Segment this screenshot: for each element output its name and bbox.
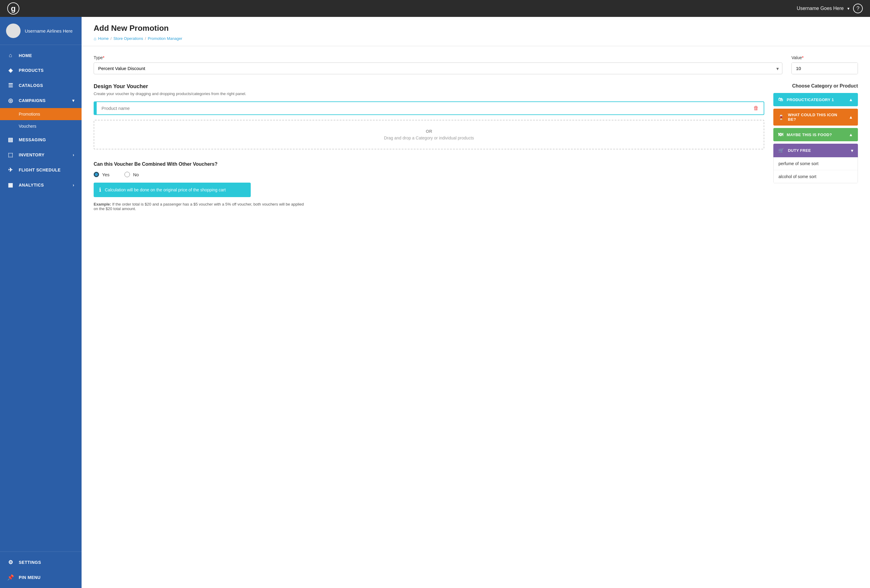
inventory-icon: ⬚	[7, 151, 14, 158]
value-label: Value*	[791, 55, 858, 60]
product-name-input[interactable]	[97, 102, 749, 114]
sidebar-item-campaigns[interactable]: ◎ CAMPAIGNS ▾	[0, 93, 82, 108]
breadcrumb-home-icon: ⌂	[94, 36, 96, 41]
category-header-2[interactable]: 🍷 WHAT COULD THIS ICON BE? ▲	[773, 109, 858, 126]
main-header: Add New Promotion ⌂ Home / Store Operati…	[82, 17, 870, 46]
topbar-username: Username Goes Here	[797, 6, 844, 11]
sidebar-item-inventory-label: INVENTORY	[19, 153, 45, 157]
sidebar-item-flight-schedule[interactable]: ✈ FLIGHT SCHEDULE	[0, 162, 82, 178]
radio-group: Yes No	[94, 172, 764, 177]
cat2-label: WHAT COULD THIS ICON BE?	[788, 113, 845, 122]
help-button[interactable]: ?	[853, 4, 863, 13]
value-input[interactable]	[792, 63, 858, 74]
category-item-4: 🛒 DUTY FREE ▾ perfume of some sort alcoh…	[773, 144, 858, 183]
example-content: If the order total is $20 and a passenge…	[94, 202, 304, 211]
catalogs-icon: ☰	[7, 82, 14, 89]
cat4-sub-item-2[interactable]: alcohol of some sort	[774, 170, 858, 183]
analytics-icon: ▦	[7, 182, 14, 189]
cat4-sub-item-1[interactable]: perfume of some sort	[774, 157, 858, 170]
drop-zone[interactable]: OR Drag and drop a Category or individua…	[94, 120, 764, 149]
sidebar-item-analytics[interactable]: ▦ ANALYTICS ›	[0, 178, 82, 193]
layout: Username Airlines Here ⌂ HOME ◈ PRODUCTS…	[0, 17, 870, 588]
chevron-down-icon[interactable]: ▾	[847, 6, 849, 11]
logo: g	[7, 2, 19, 15]
cat4-chevron-icon: ▾	[851, 148, 853, 153]
sidebar-item-flight-label: FLIGHT SCHEDULE	[19, 168, 61, 172]
category-panel-title: Choose Category or Product	[773, 83, 858, 89]
voucher-designer: Design Your Voucher Create your voucher …	[94, 83, 764, 211]
drop-zone-text: Drag and drop a Category or individual p…	[103, 135, 755, 140]
sidebar-item-analytics-label: ANALYTICS	[19, 183, 44, 187]
sidebar-sub-vouchers-label: Vouchers	[19, 124, 36, 129]
value-spinners: ▲ ▼	[858, 63, 858, 74]
sidebar-item-messaging-label: MESSAGING	[19, 137, 46, 142]
cat2-icon: 🍷	[778, 114, 784, 120]
sidebar-item-home[interactable]: ⌂ HOME	[0, 48, 82, 63]
info-icon: ℹ	[99, 187, 101, 193]
radio-no-input[interactable]	[124, 172, 130, 177]
avatar	[6, 24, 21, 38]
sidebar: Username Airlines Here ⌂ HOME ◈ PRODUCTS…	[0, 17, 82, 588]
messaging-icon: ▤	[7, 137, 14, 143]
radio-no[interactable]: No	[124, 172, 139, 177]
voucher-section: Design Your Voucher Create your voucher …	[94, 83, 858, 211]
type-group: Type* Percent Value Discount Fixed Value…	[94, 55, 782, 74]
category-header-4[interactable]: 🛒 DUTY FREE ▾	[773, 144, 858, 157]
breadcrumb-promotion-manager[interactable]: Promotion Manager	[148, 36, 182, 41]
cat3-chevron-icon: ▲	[849, 132, 853, 137]
example-text: Example: If the order total is $20 and a…	[94, 202, 305, 211]
sidebar-item-catalogs[interactable]: ☰ CATALOGS	[0, 78, 82, 93]
analytics-chevron-icon: ›	[73, 183, 74, 187]
campaigns-icon: ◎	[7, 97, 14, 104]
type-select-wrapper: Percent Value Discount Fixed Value Disco…	[94, 62, 782, 74]
pin-icon: 📌	[7, 574, 14, 581]
sidebar-item-vouchers[interactable]: Vouchers	[0, 120, 82, 132]
voucher-title: Design Your Voucher	[94, 83, 764, 90]
type-select[interactable]: Percent Value Discount Fixed Value Disco…	[94, 62, 782, 74]
drop-zone-or: OR	[103, 129, 755, 134]
sidebar-bottom: ⚙ SETTINGS 📌 PIN MENU	[0, 551, 82, 588]
sidebar-sub-promotions-label: Promotions	[19, 112, 40, 116]
cat2-chevron-icon: ▲	[849, 115, 853, 120]
sidebar-item-catalogs-label: CATALOGS	[19, 83, 43, 88]
sidebar-item-products-label: PRODUCTS	[19, 68, 44, 73]
sidebar-item-promotions[interactable]: Promotions	[0, 108, 82, 120]
sidebar-item-products[interactable]: ◈ PRODUCTS	[0, 63, 82, 78]
home-icon: ⌂	[7, 52, 14, 59]
sidebar-pin-label: PIN MENU	[19, 575, 40, 580]
value-group: Value* ▲ ▼ %	[791, 55, 858, 74]
category-header-1[interactable]: 🛍 PRODUCT/CATEGORY 1 ▲	[773, 93, 858, 106]
campaigns-chevron-icon: ▾	[72, 98, 74, 103]
topbar-right: Username Goes Here ▾ ?	[797, 4, 863, 13]
radio-no-label: No	[133, 172, 139, 177]
type-label: Type*	[94, 55, 782, 60]
product-delete-button[interactable]: 🗑	[749, 102, 764, 114]
sidebar-item-messaging[interactable]: ▤ MESSAGING	[0, 132, 82, 147]
breadcrumb-store-ops[interactable]: Store Operations	[113, 36, 143, 41]
radio-yes[interactable]: Yes	[94, 172, 109, 177]
product-input-indicator	[94, 102, 97, 114]
value-required: *	[802, 55, 803, 60]
sidebar-item-campaigns-label: CAMPAIGNS	[19, 98, 46, 103]
sidebar-settings-label: SETTINGS	[19, 560, 41, 565]
value-input-wrapper: ▲ ▼ %	[791, 62, 858, 74]
main: Add New Promotion ⌂ Home / Store Operati…	[82, 17, 870, 588]
breadcrumb-home[interactable]: Home	[98, 36, 109, 41]
category-header-3[interactable]: 🍽 MAYBE THIS IS FOOD? ▲	[773, 128, 858, 141]
sidebar-nav: ⌂ HOME ◈ PRODUCTS ☰ CATALOGS ◎ CAMPAIGNS…	[0, 45, 82, 551]
sidebar-item-inventory[interactable]: ⬚ INVENTORY ›	[0, 147, 82, 162]
category-panel: Choose Category or Product 🛍 PRODUCT/CAT…	[773, 83, 858, 211]
category-item-2: 🍷 WHAT COULD THIS ICON BE? ▲	[773, 109, 858, 126]
sidebar-profile: Username Airlines Here	[0, 17, 82, 45]
example-label: Example:	[94, 202, 111, 206]
sidebar-profile-name: Username Airlines Here	[25, 28, 73, 34]
sidebar-item-settings[interactable]: ⚙ SETTINGS	[0, 555, 82, 570]
radio-yes-input[interactable]	[94, 172, 99, 177]
sidebar-item-pin-menu[interactable]: 📌 PIN MENU	[0, 570, 82, 585]
info-banner: ℹ Calculation will be done on the origin…	[94, 183, 251, 197]
cat1-chevron-icon: ▲	[849, 97, 853, 102]
breadcrumb: ⌂ Home / Store Operations / Promotion Ma…	[94, 36, 858, 41]
category-item-1: 🛍 PRODUCT/CATEGORY 1 ▲	[773, 93, 858, 106]
type-value-row: Type* Percent Value Discount Fixed Value…	[94, 55, 858, 74]
settings-icon: ⚙	[7, 559, 14, 566]
